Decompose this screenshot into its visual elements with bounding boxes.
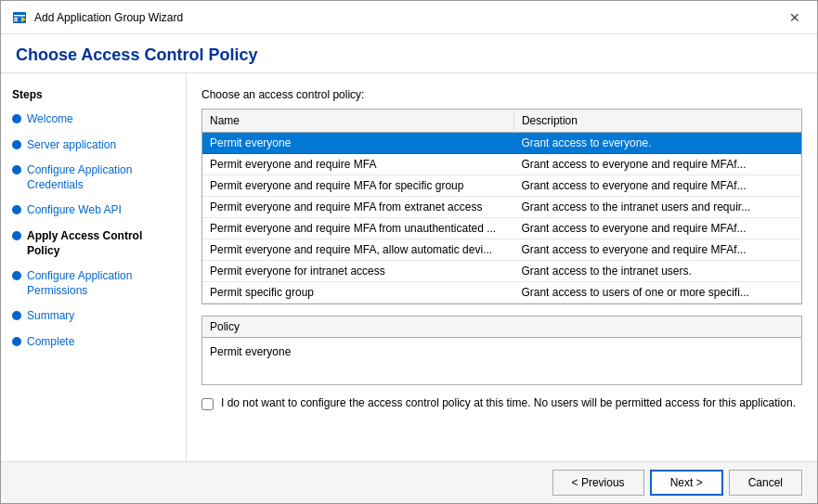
wizard-window: Add Application Group Wizard ✕ Choose Ac… [0,0,818,504]
policy-description: Grant access to everyone and require MFA… [513,154,801,175]
col-header-description: Description [513,110,801,133]
sidebar-item-summary[interactable]: Summary [12,307,175,326]
svg-rect-3 [14,19,18,21]
policy-name: Permit everyone and require MFA for spec… [202,175,513,197]
sidebar-label-complete: Complete [27,335,74,350]
table-row[interactable]: Permit everyone and require MFAGrant acc… [202,154,801,175]
policy-description: Grant access to the intranet users. [513,261,801,282]
no-policy-checkbox-row: I do not want to configure the access co… [201,396,802,410]
wizard-icon [12,10,27,25]
no-policy-label: I do not want to configure the access co… [221,396,796,409]
policy-name: Permit everyone and require MFA from ext… [202,197,513,218]
footer: < Previous Next > Cancel [1,461,817,503]
close-button[interactable]: ✕ [784,9,806,26]
policy-section-title: Policy [202,317,801,338]
sidebar-dot-webapi [12,205,21,214]
sidebar-dot-permissions [12,271,21,280]
content-area: Steps Welcome Server application Configu… [1,73,817,461]
sidebar-dot-summary [12,311,21,320]
policy-name: Permit everyone and require MFA, allow a… [202,239,513,261]
policy-name: Permit everyone [202,133,513,154]
table-row[interactable]: Permit everyone and require MFA for spec… [202,175,801,197]
policy-name: Permit everyone and require MFA [202,154,513,175]
table-row[interactable]: Permit everyone and require MFA from ext… [202,197,801,218]
page-title: Choose Access Control Policy [1,34,817,73]
policy-description: Grant access to users of one or more spe… [513,282,801,304]
svg-rect-1 [14,15,25,17]
sidebar-label-welcome: Welcome [27,112,73,127]
table-row[interactable]: Permit everyone and require MFA, allow a… [202,239,801,261]
previous-button[interactable]: < Previous [552,470,644,496]
policy-description: Grant access to everyone and require MFA… [513,218,801,239]
sidebar-item-complete[interactable]: Complete [12,333,175,352]
sidebar-item-configure-credentials[interactable]: Configure Application Credentials [12,162,175,194]
table-row[interactable]: Permit everyone and require MFA from una… [202,218,801,239]
no-policy-checkbox[interactable] [201,398,214,410]
sidebar-dot-server [12,140,21,149]
col-header-name: Name [202,110,513,133]
policy-description: Grant access to everyone and require MFA… [513,175,801,197]
table-row[interactable]: Permit everyoneGrant access to everyone. [202,133,801,154]
sidebar-label-credentials: Configure Application Credentials [27,163,175,192]
table-header-row: Name Description [202,110,801,133]
sidebar-dot-access [12,231,21,240]
window-title: Add Application Group Wizard [34,11,183,24]
sidebar-item-configure-permissions[interactable]: Configure Application Permissions [12,267,175,300]
svg-rect-2 [14,18,18,19]
sidebar-label-summary: Summary [27,309,74,324]
next-button[interactable]: Next > [650,470,723,496]
policy-description: Grant access to everyone. [513,133,801,154]
sidebar-dot-credentials [12,165,21,174]
sidebar-dot-complete [12,337,21,346]
sidebar: Steps Welcome Server application Configu… [1,73,187,461]
main-panel: Choose an access control policy: Name De… [187,73,817,461]
sidebar-heading: Steps [12,88,175,101]
sidebar-dot-welcome [12,114,21,123]
table-row[interactable]: Permit specific groupGrant access to use… [202,282,801,304]
policy-table-container: Name Description Permit everyoneGrant ac… [201,109,802,304]
policy-name: Permit everyone for intranet access [202,261,513,282]
sidebar-item-server-application[interactable]: Server application [12,136,175,155]
table-row[interactable]: Permit everyone for intranet accessGrant… [202,261,801,282]
policy-description: Grant access to everyone and require MFA… [513,239,801,261]
sidebar-item-apply-access-control[interactable]: Apply Access Control Policy [12,227,175,260]
title-bar: Add Application Group Wizard ✕ [1,1,817,34]
sidebar-label-server: Server application [27,138,116,153]
cancel-button[interactable]: Cancel [729,470,802,496]
policy-name: Permit specific group [202,282,513,304]
sidebar-item-configure-web-api[interactable]: Configure Web API [12,201,175,220]
sidebar-label-webapi: Configure Web API [27,203,122,218]
sidebar-item-welcome[interactable]: Welcome [12,110,175,129]
title-bar-left: Add Application Group Wizard [12,10,183,25]
choose-policy-label: Choose an access control policy: [201,88,802,101]
policy-name: Permit everyone and require MFA from una… [202,218,513,239]
policy-description: Grant access to the intranet users and r… [513,197,801,218]
policy-section: Policy Permit everyone [201,316,802,385]
policy-section-value: Permit everyone [202,338,801,384]
policy-table: Name Description Permit everyoneGrant ac… [202,110,801,304]
sidebar-label-access: Apply Access Control Policy [27,229,175,258]
sidebar-label-permissions: Configure Application Permissions [27,269,175,298]
